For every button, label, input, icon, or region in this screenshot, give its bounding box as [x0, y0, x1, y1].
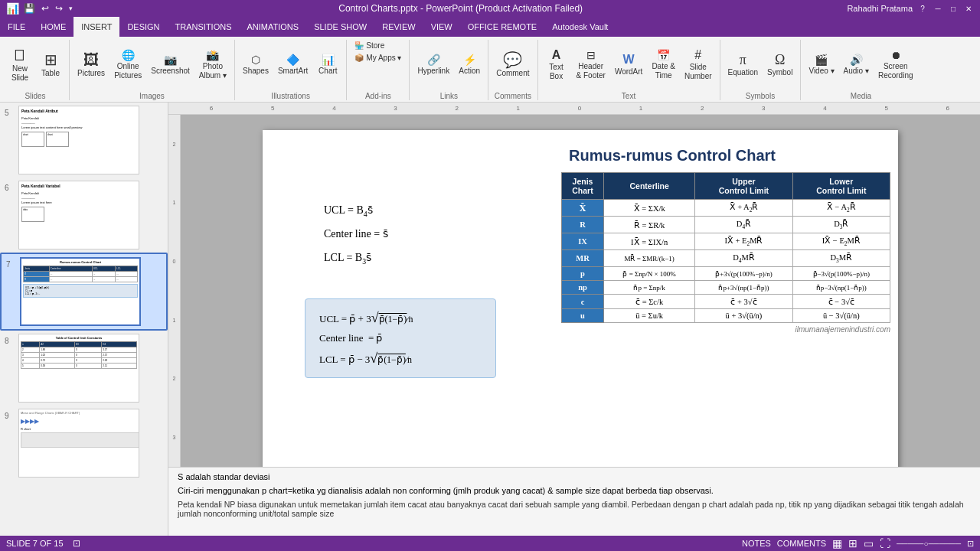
tab-slideshow[interactable]: SLIDE SHOW — [306, 17, 374, 37]
slide-viewport[interactable]: Rumus-rumus Control Chart UCL = B4s̄ Cen… — [181, 115, 980, 467]
slide-preview-5: Peta Kendali Atribut Peta Kendali_______… — [18, 106, 139, 174]
close-btn[interactable]: ✕ — [963, 3, 974, 14]
slide-thumb-6[interactable]: 6 Peta Kendali Variabel Peta Kendali____… — [0, 178, 168, 253]
comments-btn[interactable]: COMMENTS — [777, 539, 826, 548]
pictures-icon: 🖼 — [83, 52, 99, 67]
video-button[interactable]: 🎬 Video ▾ — [805, 53, 837, 77]
tab-insert[interactable]: INSERT — [74, 17, 119, 37]
screen-recording-button[interactable]: ⏺ ScreenRecording — [875, 48, 916, 82]
view-normal-btn[interactable]: ▦ — [832, 537, 842, 549]
undo-qa-btn[interactable]: ↩ — [40, 2, 51, 15]
chart-button[interactable]: 📊 Chart — [314, 53, 341, 77]
restore-btn[interactable]: □ — [948, 3, 959, 14]
photo-album-button[interactable]: 📸 PhotoAlbum ▾ — [196, 48, 230, 82]
main-area: 5 Peta Kendali Atribut Peta Kendali_____… — [0, 103, 980, 536]
view-slideshow-btn[interactable]: ⛶ — [880, 537, 890, 549]
notes-btn[interactable]: NOTES — [742, 539, 771, 548]
date-time-button[interactable]: 📅 Date &Time — [648, 48, 678, 82]
minimize-btn[interactable]: ─ — [933, 3, 943, 14]
hyperlink-icon: 🔗 — [427, 54, 440, 65]
app-icon: 📊 — [6, 2, 19, 15]
shapes-button[interactable]: ⬡ Shapes — [240, 53, 272, 77]
dropdown-qa-btn[interactable]: ▾ — [67, 3, 74, 14]
ribbon-group-comments: 💬 Comment Comments — [490, 40, 537, 100]
ribbon-group-text: A TextBox ⊟ Header& Footer W WordArt 📅 D… — [540, 40, 720, 100]
tab-office-remote[interactable]: OFFICE REMOTE — [460, 17, 544, 37]
smartart-button[interactable]: 🔷 SmartArt — [275, 53, 311, 77]
lcl-formula-left: LCL = B3s̄ — [324, 246, 388, 270]
header-footer-icon: ⊟ — [586, 50, 596, 60]
comment-icon: 💬 — [503, 52, 522, 67]
tab-view[interactable]: VIEW — [423, 17, 460, 37]
video-icon: 🎬 — [815, 54, 828, 65]
view-reading-btn[interactable]: ▭ — [864, 537, 874, 549]
slide-number-icon: # — [694, 49, 701, 61]
header-footer-button[interactable]: ⊟ Header& Footer — [573, 48, 609, 82]
my-apps-button[interactable]: 📦 My Apps ▾ — [351, 52, 404, 64]
slide-preview-8: Table of Control limit Constants n A2 D3… — [18, 334, 139, 403]
tab-transitions[interactable]: TRANSITIONS — [168, 17, 240, 37]
slide-thumb-9[interactable]: 9 Mean and Range Charts (XBAR-R CHART) ▶… — [0, 406, 168, 481]
table-row-mr: MR MR̄ = ΣMR/(k−1) D4MR̄ D3MR̄ — [562, 250, 890, 267]
redo-qa-btn[interactable]: ↪ — [54, 2, 64, 15]
comment-button[interactable]: 💬 Comment — [493, 51, 532, 80]
canvas-container: 6543210 123456 2 1 0 1 2 3 Rumus-rumus C… — [168, 103, 980, 536]
ribbon-group-illustrations: ⬡ Shapes 🔷 SmartArt 📊 Chart Illustration… — [237, 40, 347, 100]
slide-canvas: Rumus-rumus Control Chart UCL = B4s̄ Cen… — [263, 130, 898, 467]
equation-icon: π — [740, 53, 746, 67]
tab-autodesk[interactable]: Autodesk Vault — [544, 17, 616, 37]
ribbon-group-images: 🖼 Pictures 🌐 OnlinePictures 📷 Screenshot… — [71, 40, 235, 100]
slide-thumb-5[interactable]: 5 Peta Kendali Atribut Peta Kendali_____… — [0, 103, 168, 178]
view-slide-sorter-btn[interactable]: ⊞ — [848, 537, 858, 549]
save-qa-btn[interactable]: 💾 — [22, 2, 37, 15]
shapes-icon: ⬡ — [251, 54, 260, 65]
symbol-button[interactable]: Ω Symbol — [764, 51, 795, 79]
chart-icon: 📊 — [322, 54, 335, 65]
tab-review[interactable]: REVIEW — [374, 17, 423, 37]
fit-slide-icon[interactable]: ⊡ — [73, 538, 80, 549]
textbox-button[interactable]: A TextBox — [543, 47, 570, 83]
new-slide-icon: 🗌 — [12, 47, 28, 63]
equation-button[interactable]: π Equation — [725, 51, 761, 79]
tab-home[interactable]: HOME — [33, 17, 74, 37]
zoom-slider[interactable]: ─────○────── — [897, 540, 961, 548]
screenshot-button[interactable]: 📷 Screenshot — [148, 53, 193, 77]
action-button[interactable]: ⚡ Action — [456, 53, 483, 77]
smartart-icon: 🔷 — [286, 54, 299, 65]
formula-ucl: UCL = p̄ + 3√p̄(1−p̄)⁄n — [319, 310, 482, 326]
canvas-row: 2 1 0 1 2 3 Rumus-rumus Control Chart UC… — [168, 115, 980, 467]
table-row-r: R R̄ = ΣR/k D4R̄ D3R̄ — [562, 217, 890, 233]
help-btn[interactable]: ? — [917, 3, 928, 14]
table-row-xbar: X̄ X̄ = ΣX/k X̄ + A2R̄ X̄ − A2R̄ — [562, 200, 890, 217]
online-pictures-icon: 🌐 — [122, 50, 135, 60]
control-chart-table: JenisChart Centerline UpperControl Limit… — [561, 172, 890, 323]
store-button[interactable]: 🏪 Store — [351, 40, 387, 51]
notes-pchart-text: Ciri-ciri menggunakan p chart=ketika yg … — [178, 486, 971, 495]
store-icon: 🏪 — [354, 41, 364, 50]
table-button[interactable]: ⊞ Table — [37, 51, 64, 80]
hyperlink-button[interactable]: 🔗 Hyperlink — [414, 53, 452, 77]
tab-file[interactable]: FILE — [0, 17, 33, 37]
slide-preview-6: Peta Kendali Variabel Peta Kendali______… — [18, 181, 139, 249]
ribbon-group-media: 🎬 Video ▾ 🔊 Audio ▾ ⏺ ScreenRecording Me… — [802, 40, 920, 100]
online-pictures-button[interactable]: 🌐 OnlinePictures — [111, 48, 145, 82]
tab-animations[interactable]: ANIMATIONS — [240, 17, 307, 37]
slide-preview-9: Mean and Range Charts (XBAR-R CHART) ▶▶▶… — [18, 409, 139, 478]
new-slide-button[interactable]: 🗌 NewSlide — [6, 46, 34, 84]
pictures-button[interactable]: 🖼 Pictures — [74, 51, 108, 80]
date-time-icon: 📅 — [657, 50, 670, 60]
window-title: Control Charts.pptx - PowerPoint (Produc… — [74, 3, 847, 14]
user-name: Rahadhi Pratama — [847, 4, 913, 13]
slide-thumb-8[interactable]: 8 Table of Control limit Constants n A2 … — [0, 331, 168, 406]
ribbon-tabs: FILE HOME INSERT DESIGN TRANSITIONS ANIM… — [0, 17, 980, 37]
slide-number-button[interactable]: # SlideNumber — [681, 47, 715, 83]
slide-scroll[interactable]: 5 Peta Kendali Atribut Peta Kendali_____… — [0, 103, 168, 536]
audio-button[interactable]: 🔊 Audio ▾ — [841, 53, 872, 77]
col-header-jenis: JenisChart — [562, 173, 604, 200]
zoom-fit-btn[interactable]: ⊡ — [967, 539, 974, 549]
table-row-p: p p̄ = Σnp/N × 100% p̄+3√(p(100%−p)/n) p… — [562, 267, 890, 281]
wordart-button[interactable]: W WordArt — [612, 52, 646, 78]
tab-design[interactable]: DESIGN — [119, 17, 167, 37]
slide-thumb-7[interactable]: 7 Rumus-rumus Control Chart Jenis Center… — [0, 253, 168, 331]
cl-formula-left: Center line = s̄ — [324, 223, 388, 246]
